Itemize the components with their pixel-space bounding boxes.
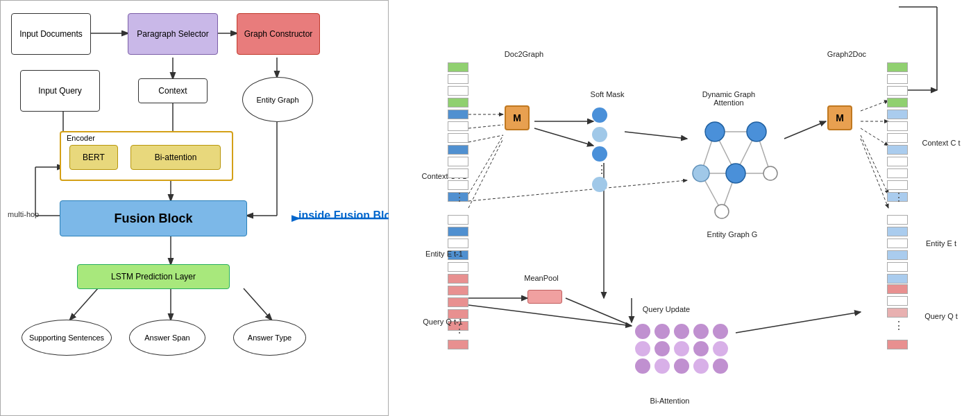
meanpool-label: MeanPool <box>517 274 566 282</box>
svg-line-22 <box>468 135 503 194</box>
svg-line-25 <box>534 128 593 146</box>
ba-circle <box>674 341 689 356</box>
svg-line-17 <box>244 288 271 320</box>
cell <box>887 215 908 225</box>
cell <box>887 157 908 166</box>
fusion-block-label: Fusion Block <box>114 211 192 226</box>
ba-circle <box>674 324 689 339</box>
bi-attention-box: Bi-attention <box>130 145 221 170</box>
inside-fusion-block-text: inside Fusion Block <box>298 209 403 222</box>
svg-point-57 <box>715 205 729 218</box>
svg-line-45 <box>715 132 736 173</box>
entity-graph-label: Entity Graph <box>256 96 298 104</box>
ba-circle <box>693 358 709 374</box>
svg-line-27 <box>468 180 687 201</box>
cell <box>887 274 908 284</box>
cell <box>448 286 468 295</box>
graph2doc-m-box: M <box>827 105 852 130</box>
cell <box>448 74 468 84</box>
cell <box>887 98 908 107</box>
right-query-strip <box>887 284 908 318</box>
cell <box>448 262 468 272</box>
cell <box>887 308 908 318</box>
cell <box>448 98 468 107</box>
graph2doc-label: Graph2Doc <box>819 50 875 58</box>
svg-point-54 <box>693 165 709 182</box>
entity-graph-ellipse: Entity Graph <box>242 77 313 122</box>
cell <box>448 110 468 119</box>
right-panel: Context C t-1 ⋮ Entity E t-1 Doc2Graph M <box>389 0 980 416</box>
svg-line-32 <box>861 135 888 194</box>
bi-attention-label: Bi-attention <box>155 153 197 162</box>
svg-line-44 <box>701 132 715 173</box>
right-query-strip-2 <box>887 340 908 349</box>
left-context-dots: ⋮ <box>454 191 465 204</box>
ba-circle <box>635 358 650 374</box>
input-documents-label: Input Documents <box>19 29 83 39</box>
answer-span-label: Answer Span <box>144 333 189 342</box>
svg-line-35 <box>566 298 632 326</box>
encoder-label: Encoder <box>67 134 95 142</box>
cell <box>448 180 468 190</box>
lstm-label: LSTM Prediction Layer <box>111 272 196 281</box>
query-qt-minus-label: Query Q t-1 <box>415 318 471 326</box>
cell <box>448 145 468 155</box>
svg-line-28 <box>784 121 826 139</box>
fusion-block-box: Fusion Block <box>60 200 247 236</box>
svg-line-31 <box>861 128 888 146</box>
lstm-box: LSTM Prediction Layer <box>77 264 230 289</box>
svg-line-38 <box>736 312 861 333</box>
cell <box>887 296 908 306</box>
svg-line-15 <box>70 288 98 320</box>
svg-line-33 <box>861 139 888 208</box>
ba-circle <box>713 358 728 374</box>
input-query-label: Input Query <box>38 86 82 96</box>
bert-box: BERT <box>69 145 118 170</box>
answer-type-ellipse: Answer Type <box>233 320 306 356</box>
soft-mask-circle-2 <box>592 127 607 142</box>
svg-line-46 <box>736 132 757 173</box>
left-context-strip <box>448 62 468 202</box>
bi-attention-container <box>632 320 736 390</box>
left-panel: Input Documents Paragraph Selector Graph… <box>0 0 389 416</box>
cell <box>887 180 908 190</box>
right-context-strip <box>887 62 908 202</box>
svg-line-20 <box>468 125 503 128</box>
ba-circle <box>693 324 709 339</box>
supporting-sentences-label: Supporting Sentences <box>29 333 104 342</box>
soft-mask-dots: ⋮ <box>596 163 607 176</box>
svg-line-50 <box>722 173 736 211</box>
cell <box>887 227 908 236</box>
cell <box>887 168 908 178</box>
graph-constructor-label: Graph Constructor <box>244 29 313 39</box>
left-query-strip-2 <box>448 340 468 349</box>
cell <box>448 133 468 143</box>
cell <box>887 121 908 131</box>
cell <box>448 86 468 96</box>
cell <box>887 145 908 155</box>
cell <box>448 62 468 72</box>
meanpool-box <box>527 290 562 304</box>
ba-circle <box>693 341 709 356</box>
ba-circle <box>635 341 650 356</box>
svg-point-55 <box>726 164 745 183</box>
ba-circle <box>654 324 670 339</box>
cell <box>448 168 468 178</box>
cell <box>887 250 908 260</box>
answer-type-label: Answer Type <box>248 333 292 342</box>
encoder-box: Encoder BERT Bi-attention <box>60 131 233 181</box>
ba-circle <box>635 324 650 339</box>
cell <box>448 157 468 166</box>
graph-svg <box>680 111 791 222</box>
ba-circle <box>654 358 670 374</box>
cell <box>887 74 908 84</box>
cell <box>887 340 908 349</box>
soft-mask-circle-3 <box>592 146 607 162</box>
context-ct-label: Context C t <box>913 139 969 147</box>
cell <box>887 133 908 143</box>
svg-point-52 <box>705 122 725 141</box>
cell <box>887 110 908 119</box>
dynamic-graph-label: Dynamic Graph Attention <box>687 90 770 107</box>
cell <box>448 227 468 236</box>
cell <box>448 340 468 349</box>
